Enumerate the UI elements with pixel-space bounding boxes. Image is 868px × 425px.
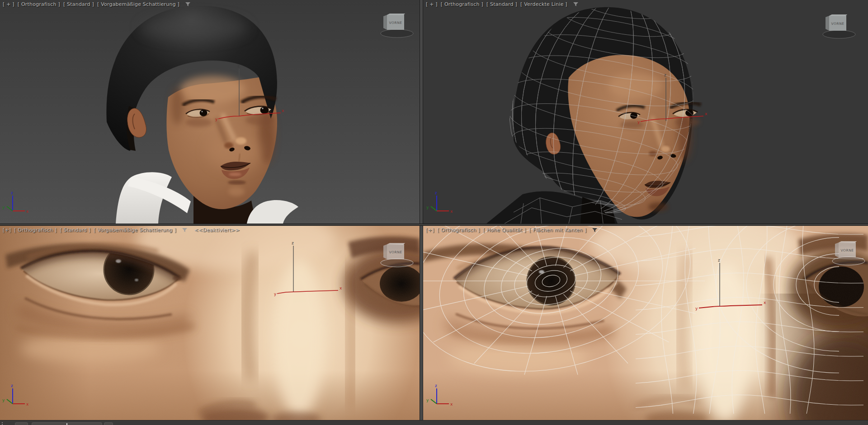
viewport-menu-renderer[interactable]: [ Standard ]: [486, 1, 517, 7]
viewport-menu-pov[interactable]: [ Orthografisch ]: [14, 227, 57, 233]
viewcube-front-label[interactable]: VORNE: [841, 248, 854, 252]
viewcube-front-label[interactable]: VORNE: [831, 22, 844, 26]
viewport-label-bar: [ + ] [ Orthografisch ] [ Standard ] [ V…: [3, 1, 191, 7]
eye-closeup-shaded-render: z y x VORNE z x y: [0, 226, 420, 420]
tripod-y-label: y: [426, 398, 429, 402]
statusbar-grip[interactable]: [1, 422, 3, 425]
viewport-label-bar: [+] [ Orthografisch ] [ Standard ] [ Vor…: [3, 227, 240, 233]
gizmo-z-label: z: [237, 64, 240, 68]
gizmo-y-label: y: [215, 117, 218, 121]
eye-closeup: [0, 226, 420, 420]
viewport-menu-shading[interactable]: [ Verdeckte Linie ]: [520, 1, 567, 7]
skin-texture-noise: [0, 226, 420, 420]
viewport-menu-general[interactable]: [+]: [426, 227, 434, 233]
filter-icon[interactable]: [182, 228, 188, 233]
statusbar-button-left[interactable]: [15, 422, 28, 425]
tripod-y-label: y: [2, 205, 5, 210]
viewport-label-bar: [ + ] [ Orthografisch ] [ Standard ] [ V…: [426, 1, 579, 7]
viewport-splitter-vertical[interactable]: [420, 0, 423, 420]
viewport-menu-general[interactable]: [+]: [3, 227, 11, 233]
filter-icon[interactable]: [592, 228, 598, 233]
tripod-z-label: z: [435, 191, 437, 195]
viewport-menu-shading[interactable]: [ Vorgabemäßige Schattierung ]: [97, 1, 179, 7]
tripod-x-label: x: [450, 402, 453, 406]
filter-icon[interactable]: [185, 2, 191, 7]
gizmo-z-label: z: [664, 73, 666, 77]
gizmo-x-label: x: [340, 286, 342, 290]
eye-closeup-edged-faces-render: z y x VORNE z x y: [423, 226, 868, 420]
viewcube-front-label[interactable]: VORNE: [389, 250, 402, 254]
viewport-top-right[interactable]: z y x VORNE z x y: [423, 0, 868, 224]
viewport-menu-general[interactable]: [ + ]: [3, 1, 14, 7]
eye-closeup: [423, 226, 868, 420]
gizmo-z-label: z: [292, 241, 294, 245]
gizmo-x-label: x: [282, 108, 284, 113]
tripod-z-label: z: [11, 191, 13, 195]
hidden-line-head-render: z y x VORNE z x y: [423, 0, 868, 224]
statusbar-button-right[interactable]: [104, 422, 113, 425]
viewport-menu-shading[interactable]: [ Vorgabemäßige Schattierung ]: [94, 227, 176, 233]
viewport-menu-renderer[interactable]: [ Standard ]: [63, 1, 94, 7]
tripod-x-label: x: [26, 402, 29, 406]
viewport-menu-general[interactable]: [ + ]: [426, 1, 438, 7]
viewport-top-left[interactable]: z y x VORNE z x y: [0, 0, 420, 224]
viewport-splitter-horizontal[interactable]: [0, 224, 868, 226]
status-bar: [0, 420, 868, 425]
gizmo-x-label: x: [705, 112, 708, 116]
gizmo-x-label: x: [764, 300, 766, 305]
listener-caret: [66, 423, 67, 425]
gizmo-z-label: z: [718, 258, 720, 262]
filter-icon[interactable]: [573, 2, 579, 7]
tripod-y-label: y: [2, 398, 5, 402]
tripod-z-label: z: [435, 383, 437, 388]
viewport-menu-shading[interactable]: [ Flächen mit Kanten ]: [529, 227, 587, 233]
viewport-layout: z y x VORNE z x y: [0, 0, 868, 425]
tripod-y-label: y: [426, 205, 429, 210]
viewport-menu-pov[interactable]: [ Orthografisch ]: [18, 1, 60, 7]
gizmo-y-label: y: [637, 120, 640, 124]
viewport-menu-renderer[interactable]: [ Hohe Qualität ]: [483, 227, 526, 233]
viewport-label-bar: [+] [ Orthografisch ] [ Hohe Qualität ] …: [426, 227, 598, 233]
tripod-x-label: x: [26, 209, 29, 214]
viewport-bottom-right-active[interactable]: z y x VORNE z x y: [423, 226, 868, 420]
viewport-menu-renderer[interactable]: [ Standard ]: [60, 227, 91, 233]
viewport-menu-pov[interactable]: [ Orthografisch ]: [441, 1, 483, 7]
viewport-bottom-left[interactable]: z y x VORNE z x y: [0, 226, 420, 420]
viewcube-front-label[interactable]: VORNE: [389, 21, 402, 25]
gizmo-y-label: y: [274, 292, 277, 296]
viewport-deactivated-note: <<Deaktiviert>>: [194, 227, 240, 233]
tripod-x-label: x: [450, 209, 453, 214]
shaded-head-render: z y x VORNE z x y: [0, 0, 420, 224]
gizmo-y-label: y: [695, 306, 698, 311]
tripod-z-label: z: [11, 383, 13, 388]
viewport-menu-pov[interactable]: [ Orthografisch ]: [437, 227, 480, 233]
